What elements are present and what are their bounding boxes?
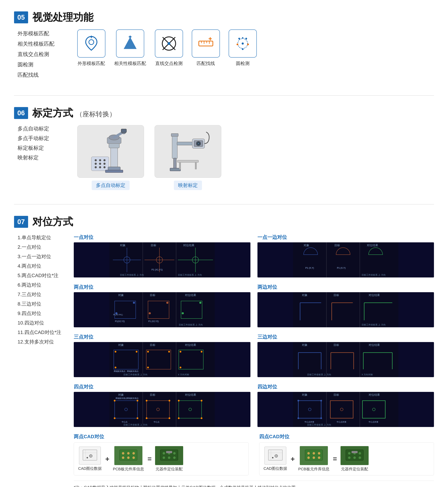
calib-img-multi-auto: 多点自动标定 <box>77 125 144 190</box>
svg-point-196 <box>297 417 299 419</box>
svg-point-176 <box>146 417 148 419</box>
svg-text:中心点: 中心点 <box>154 421 160 423</box>
svg-text:对象: 对象 <box>118 294 124 297</box>
align-img-four-point: 对象 目标 对位结果 两端延长线点 两端延长线点 <box>74 392 250 427</box>
svg-point-99 <box>149 312 151 314</box>
feature-corr-match: 相关性模板匹配 <box>17 40 60 48</box>
svg-point-224 <box>173 452 176 455</box>
cad-drawing-box-2 <box>264 447 286 464</box>
align-title-two-point: 两点对位 <box>74 284 250 291</box>
cad-result-icon-2 <box>345 449 364 461</box>
svg-point-181 <box>178 400 180 401</box>
svg-point-100 <box>166 302 168 304</box>
svg-rect-44 <box>172 134 177 158</box>
svg-point-218 <box>122 456 124 459</box>
svg-text:对象: 对象 <box>302 393 307 396</box>
svg-text:对位结果: 对位结果 <box>368 344 380 346</box>
section-06-header: 06 标定方式 （座标转换） <box>14 106 434 120</box>
divider-1 <box>14 95 434 96</box>
svg-text:P1,P2 中心: P1,P2 中心 <box>113 314 123 316</box>
align-item-two-point: 两点对位 对象 目标 对位结果 P1(X2,Y2) <box>74 284 250 327</box>
svg-point-26 <box>95 159 97 161</box>
svg-rect-46 <box>177 142 193 145</box>
cad-result-box-1 <box>155 446 183 465</box>
svg-point-244 <box>348 452 351 455</box>
svg-point-34 <box>104 166 105 168</box>
vision-icon-label-1: 外形模板匹配 <box>78 60 105 67</box>
section-05-feature-list: 外形模板匹配 相关性模板匹配 直线交点检测 圆检测 匹配找线 <box>14 30 60 81</box>
location-plus-icon <box>82 35 100 52</box>
align-8: 8.三边对位 <box>17 300 63 308</box>
three-point-diagram: 对象 目标 对位结果 两端延长线点 两端延长线点 <box>74 342 250 377</box>
calib-multi-auto: 多点自动标定 <box>17 125 60 132</box>
svg-text:P1(X2,Y2): P1(X2,Y2) <box>115 320 125 322</box>
svg-rect-43 <box>105 170 123 173</box>
svg-text:目标工件坐标系 上 方向: 目标工件坐标系 上 方向 <box>123 424 148 426</box>
align-9: 9.四点对位 <box>17 310 63 317</box>
svg-text:对位结果: 对位结果 <box>368 294 380 297</box>
vision-icon-box-3 <box>155 30 183 58</box>
svg-point-21 <box>247 44 249 45</box>
svg-text:目标工件坐标系 上 方向: 目标工件坐标系 上 方向 <box>361 323 385 326</box>
svg-text:目标工件坐标系 上 方向: 目标工件坐标系 上 方向 <box>178 274 202 276</box>
svg-point-127 <box>136 351 137 353</box>
section-06-number: 06 <box>14 107 28 119</box>
align-img-three-edge: 对象 目标 对位结果 <box>257 342 434 377</box>
align-title-three-point: 三点对位 <box>74 334 250 340</box>
svg-text:目标工件坐标系 上 方向: 目标工件坐标系 上 方向 <box>307 424 331 426</box>
svg-rect-35 <box>111 146 118 167</box>
align-3: 3.一点一边对位 <box>17 253 63 260</box>
svg-point-213 <box>87 457 88 458</box>
cad-result-box-2 <box>341 446 369 465</box>
svg-rect-54 <box>177 160 199 162</box>
section-05-number: 05 <box>14 11 28 23</box>
svg-point-24 <box>242 37 243 39</box>
vision-icon-box-1 <box>77 30 105 58</box>
svg-point-217 <box>132 452 135 455</box>
svg-text:目标: 目标 <box>151 244 156 247</box>
align-title-one-point: 一点对位 <box>74 234 250 241</box>
svg-point-220 <box>132 456 135 459</box>
calib-images-container: 多点自动标定 <box>77 125 221 190</box>
section-07-title: 对位方式 <box>32 215 73 229</box>
cad-drawing-icon-2 <box>267 449 283 461</box>
calib-board: 标定板标定 <box>17 144 60 152</box>
svg-point-226 <box>168 456 170 459</box>
svg-point-132 <box>147 351 149 353</box>
align-12: 12.支持多次对位 <box>17 338 63 346</box>
align-title-four-edge: 四边对位 <box>257 384 434 390</box>
cross-circle-icon <box>160 35 178 52</box>
svg-text:对位结果: 对位结果 <box>185 393 196 396</box>
svg-point-183 <box>178 417 180 419</box>
cad-label-1: CAD图位数据 <box>78 466 102 471</box>
svg-marker-3 <box>124 37 136 49</box>
cad-pcb-box-1 <box>114 446 143 465</box>
vision-icon-label-2: 相关性模板匹配 <box>114 60 146 67</box>
svg-text:目标: 目标 <box>150 294 155 297</box>
dots-circle-icon <box>234 35 251 52</box>
section-06-title: 标定方式 （座标转换） <box>32 106 116 120</box>
section-07-header: 07 对位方式 <box>14 215 434 229</box>
cad-col-3: 元器件定位装配 <box>155 446 183 472</box>
svg-point-133 <box>168 351 170 353</box>
align-diagrams-container: 一点对位 对象 目标 对位结果 <box>74 234 434 487</box>
section-07-body: 1.单点导航定位 2.一点对位 3.一点一边对位 4.两点对位 5.两点CAD对… <box>14 234 434 487</box>
svg-point-174 <box>146 400 148 401</box>
align-row-2: 两点对位 对象 目标 对位结果 P1(X2,Y2) <box>74 284 434 327</box>
cad-title-four: 四点CAD对位 <box>259 433 434 440</box>
svg-point-219 <box>127 456 130 459</box>
vision-icons-container: 外形模板匹配 相关性模板匹配 <box>77 30 257 81</box>
svg-point-222 <box>163 452 165 455</box>
vision-icon-shape-match: 外形模板匹配 <box>77 30 105 67</box>
svg-point-103 <box>182 312 184 314</box>
svg-point-177 <box>168 417 170 419</box>
align-4: 4.两点对位 <box>17 262 63 270</box>
svg-point-32 <box>95 166 97 168</box>
calib-img-box-1 <box>77 125 144 178</box>
vision-icon-label-5: 圆检测 <box>236 60 249 67</box>
svg-point-134 <box>147 367 149 368</box>
align-img-three-point: 对象 目标 对位结果 两端延长线点 两端延长线点 <box>74 342 250 377</box>
cad-pcb-icon <box>119 449 138 461</box>
svg-point-30 <box>99 163 101 165</box>
vision-icon-box-4 <box>192 30 220 58</box>
